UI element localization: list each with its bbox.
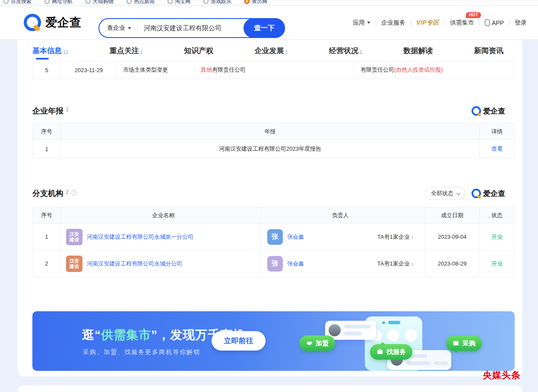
- nav-app-menu[interactable]: 应用: [353, 19, 370, 27]
- go-now-button[interactable]: 立即前往: [212, 331, 266, 351]
- tab-label: 经营状况: [329, 46, 358, 56]
- tab-key-focus[interactable]: 重点关注1: [110, 46, 143, 61]
- bookmark-item[interactable]: 网址导航: [44, 0, 73, 5]
- logo-text: 爱企查: [45, 15, 82, 30]
- nav-supply-market[interactable]: 供需集市 HOT: [450, 19, 474, 27]
- branch-date: 2023-08-29: [425, 250, 480, 277]
- change-type: 市场主体类型变更: [117, 61, 195, 79]
- section-title: 分支机构: [32, 188, 63, 199]
- help-icon[interactable]: ?: [71, 190, 77, 196]
- aiqicha-watermark: 爱企查: [472, 106, 505, 116]
- branch-company-link[interactable]: 河南汉安建设工程有限公司永城分公司: [87, 260, 182, 268]
- change-before: 其他有限责任公司: [195, 61, 354, 79]
- branches-section-head: 分支机构 2 ? 全部状态 爱企查: [32, 187, 505, 200]
- tab-basic-info[interactable]: 基本信息12: [32, 46, 68, 61]
- col-header-report: 年报: [61, 123, 480, 139]
- caret-down-icon: [128, 27, 131, 29]
- branch-seq: 2: [33, 250, 61, 277]
- report-name: 河南汉安建设工程有限公司2023年度报告: [61, 140, 480, 158]
- branch-company-link[interactable]: 河南汉安建设工程有限公司永城第一分公司: [87, 233, 193, 241]
- tab-label: 重点关注: [110, 46, 139, 56]
- phone-icon: [485, 19, 490, 26]
- nav-app-label: APP: [492, 19, 504, 26]
- bookmark-label: 百度搜索: [11, 0, 32, 5]
- bookmark-label: 网址导航: [52, 0, 73, 5]
- join-tag: 加盟: [299, 335, 335, 351]
- site-icon: [244, 0, 250, 4]
- table-header-row: 序号 年报 详情: [33, 123, 514, 139]
- tab-intellectual-property[interactable]: 知识产权: [184, 46, 213, 61]
- search-category-label: 查企业: [107, 24, 125, 32]
- media-headline-ad[interactable]: 央媒头条: [483, 369, 521, 381]
- search-button[interactable]: 查一下: [244, 18, 285, 38]
- globe-icon: [168, 0, 173, 4]
- bookmark-item[interactable]: 游戏娱乐: [203, 0, 231, 5]
- plain-text: 有限责任公司: [361, 66, 394, 74]
- change-date: 2023-11-29: [61, 61, 117, 79]
- tag-label: 采购: [462, 339, 475, 348]
- status-badge: 开业: [491, 233, 503, 241]
- person-avatar: 张: [267, 229, 283, 245]
- relation-label: TA有1家企业: [377, 260, 410, 268]
- globe-icon: [203, 0, 209, 4]
- bookmark-item[interactable]: 百度搜索: [3, 0, 32, 5]
- aiqicha-logo[interactable]: 爱企查: [24, 14, 82, 31]
- tab-data-insight[interactable]: 数据解读: [404, 46, 433, 61]
- purchase-tag: 采购: [446, 335, 482, 351]
- bookmark-label: 热点新闻: [134, 0, 155, 5]
- company-logo: 汉安建设: [66, 256, 82, 272]
- table-row: 1 河南汉安建设工程有限公司2023年度报告 查看: [33, 139, 514, 158]
- branch-row: 2 汉安建设 河南汉安建设工程有限公司永城分公司 张 张会鑫 TA有1家企业› …: [33, 250, 514, 277]
- status-badge: 开业: [491, 260, 503, 268]
- phone-speaker-pill: [388, 321, 400, 324]
- nav-vip-zone[interactable]: VIP专区: [416, 19, 439, 27]
- branch-seq: 1: [33, 224, 61, 250]
- globe-icon: [44, 0, 50, 4]
- tab-company-development[interactable]: 企业发展1: [255, 46, 288, 61]
- bookmark-label: 游戏娱乐: [211, 0, 231, 5]
- related-companies-link[interactable]: TA有1家企业›: [377, 233, 414, 241]
- banner-subtitle: 采购、加盟、找服务更多商机等你解锁: [83, 348, 200, 356]
- person-link[interactable]: 张会鑫: [287, 260, 304, 268]
- tab-news[interactable]: 新闻资讯: [474, 46, 503, 61]
- caret-down-icon: [367, 22, 370, 24]
- tag-label: 找服务: [386, 348, 406, 356]
- status-filter-label: 全部状态: [431, 190, 453, 197]
- divider: [479, 20, 480, 25]
- nav-enterprise-service[interactable]: 企业服务: [381, 19, 405, 27]
- annual-report-section-head: 企业年报 1 爱企查: [32, 106, 505, 116]
- report-seq: 1: [33, 140, 61, 158]
- col-header-date: 成立日期: [425, 207, 480, 223]
- branch-date: 2023-09-04: [425, 224, 480, 250]
- person-link[interactable]: 张会鑫: [287, 233, 304, 241]
- divider: [444, 20, 445, 25]
- supply-market-banner[interactable]: 逛“供需集市”，发现万千商机 采购、加盟、找服务更多商机等你解锁 立即前往 加盟…: [32, 311, 515, 371]
- chevron-right-icon: ›: [411, 234, 414, 240]
- magnifier-logo-icon: [24, 14, 41, 31]
- bookmark-item[interactable]: 黄历网: [244, 0, 267, 5]
- divider: [509, 20, 510, 25]
- tag-label: 加盟: [316, 339, 329, 348]
- highlighted-text: 其他: [201, 66, 212, 74]
- status-filter-dropdown[interactable]: 全部状态: [425, 187, 465, 200]
- avatar: [329, 324, 341, 336]
- tab-operating-status[interactable]: 经营状况2: [329, 46, 362, 61]
- view-report-link[interactable]: 查看: [491, 145, 503, 153]
- company-logo: 汉安建设: [66, 229, 82, 245]
- search-category-dropdown[interactable]: 查企业: [107, 24, 131, 32]
- bookmark-item[interactable]: 热点新闻: [127, 0, 155, 5]
- related-companies-link[interactable]: TA有1家企业›: [377, 260, 414, 268]
- tab-label: 企业发展: [255, 46, 284, 56]
- aiqicha-watermark: 爱企查: [472, 189, 505, 199]
- nav-login[interactable]: 登录: [515, 19, 527, 27]
- bookmark-item[interactable]: 天猫购物: [85, 0, 114, 5]
- col-header-seq: 序号: [33, 123, 61, 139]
- change-record-table: 5 2023-11-29 市场主体类型变更 其他有限责任公司 有限责任公司(自然…: [32, 61, 515, 79]
- bookmark-item[interactable]: 淘宝网: [168, 0, 190, 5]
- tab-count: 12: [63, 50, 68, 56]
- plain-text: 有限责任公司: [212, 66, 246, 74]
- tab-count: 1: [285, 50, 288, 56]
- nav-app-download[interactable]: APP: [485, 19, 504, 26]
- table-row: 5 2023-11-29 市场主体类型变更 其他有限责任公司 有限责任公司(自然…: [33, 61, 514, 79]
- watermark-text: 爱企查: [483, 106, 505, 116]
